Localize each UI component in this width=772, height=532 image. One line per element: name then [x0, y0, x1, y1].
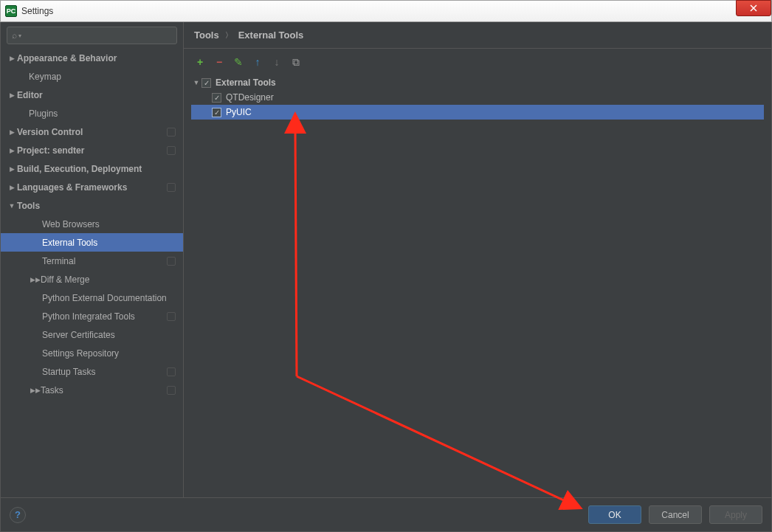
chevron-icon: [7, 202, 17, 210]
sidebar-item-label: Python Integrated Tools: [42, 311, 135, 322]
scope-badge-icon: [167, 257, 176, 266]
sidebar-item[interactable]: Languages & Frameworks: [1, 178, 183, 196]
chevron-icon: [7, 184, 17, 191]
sidebar-item-label: Editor: [17, 90, 43, 100]
window-title: Settings: [21, 6, 53, 16]
dialog-footer: ? OK Cancel Apply: [1, 497, 771, 531]
sidebar-item[interactable]: Tools: [1, 196, 183, 215]
tool-item[interactable]: ✓PyUIC: [191, 105, 764, 120]
close-button[interactable]: [736, 0, 771, 16]
chevron-icon: [7, 55, 17, 62]
sidebar-item-label: Python External Documentation: [42, 293, 167, 303]
sidebar-item-label: Tasks: [41, 385, 63, 395]
help-button[interactable]: ?: [10, 507, 26, 523]
sidebar-item-label: Terminal: [42, 256, 75, 266]
sidebar-item-label: Project: sendter: [17, 145, 84, 156]
search-input[interactable]: ⌕ ▾: [7, 27, 177, 44]
scope-badge-icon: [167, 128, 176, 137]
ok-button[interactable]: OK: [588, 505, 641, 524]
external-tools-tree[interactable]: ▼✓External Tools✓QTDesigner✓PyUIC: [184, 72, 771, 120]
tool-group-label: External Tools: [216, 77, 276, 88]
sidebar-item[interactable]: ▶Tasks: [1, 381, 183, 399]
toolbar: + − ✎ ↑ ↓ ⧉: [184, 52, 771, 72]
close-icon: [750, 4, 757, 12]
sidebar-item-label: Settings Repository: [42, 348, 119, 359]
tool-item-label: PyUIC: [226, 107, 252, 117]
move-down-button[interactable]: ↓: [271, 56, 283, 68]
main-panel: Tools 〉 External Tools + − ✎ ↑ ↓ ⧉ ▼✓Ext…: [184, 22, 771, 497]
sidebar-item-label: Diff & Merge: [41, 274, 89, 285]
sidebar-item[interactable]: Version Control: [1, 122, 183, 141]
sidebar-item[interactable]: Plugins: [1, 104, 183, 122]
sidebar-item[interactable]: Terminal: [1, 252, 183, 270]
sidebar-item[interactable]: Python Integrated Tools: [1, 307, 183, 325]
sidebar-item-label: Tools: [17, 201, 40, 211]
sidebar-item[interactable]: Editor: [1, 86, 183, 104]
sidebar-item-label: Keymap: [29, 72, 61, 82]
chevron-right-icon: 〉: [225, 30, 232, 41]
window-titlebar: PC Settings: [0, 0, 772, 22]
remove-button[interactable]: −: [213, 56, 225, 68]
move-up-button[interactable]: ↑: [252, 56, 263, 68]
sidebar-item[interactable]: ▶Diff & Merge: [1, 270, 183, 289]
cancel-button[interactable]: Cancel: [649, 505, 702, 524]
chevron-icon: [7, 165, 17, 173]
sidebar-item-label: Web Browsers: [42, 219, 100, 229]
scope-badge-icon: [167, 386, 176, 395]
sidebar-item-label: Version Control: [17, 127, 83, 137]
checkbox[interactable]: ✓: [212, 93, 221, 103]
tool-item[interactable]: ✓QTDesigner: [191, 90, 764, 105]
sidebar-item-label: Plugins: [29, 108, 58, 119]
app-icon: PC: [5, 5, 17, 17]
breadcrumb: Tools 〉 External Tools: [184, 22, 771, 49]
chevron-icon: [7, 91, 17, 99]
sidebar-item[interactable]: Settings Repository: [1, 344, 183, 362]
checkbox[interactable]: ✓: [201, 78, 211, 88]
checkbox[interactable]: ✓: [212, 108, 221, 117]
sidebar-item[interactable]: Python External Documentation: [1, 289, 183, 307]
sidebar-item[interactable]: External Tools: [1, 233, 183, 252]
sidebar-item-label: External Tools: [42, 238, 97, 248]
sidebar-item[interactable]: Project: sendter: [1, 141, 183, 159]
sidebar: ⌕ ▾ Appearance & BehaviorKeymapEditorPlu…: [1, 22, 184, 497]
sidebar-item-label: Startup Tasks: [42, 367, 95, 377]
sidebar-item-label: Languages & Frameworks: [17, 182, 127, 193]
copy-button[interactable]: ⧉: [290, 56, 302, 68]
chevron-icon: ▶: [30, 276, 41, 283]
scope-badge-icon: [167, 312, 176, 321]
apply-button[interactable]: Apply: [709, 505, 762, 524]
sidebar-item-label: Server Certificates: [42, 330, 115, 340]
scope-badge-icon: [167, 183, 176, 192]
sidebar-item[interactable]: Keymap: [1, 67, 183, 86]
settings-container: ⌕ ▾ Appearance & BehaviorKeymapEditorPlu…: [0, 22, 772, 532]
add-button[interactable]: +: [194, 56, 206, 68]
sidebar-item[interactable]: Appearance & Behavior: [1, 49, 183, 67]
chevron-icon: [7, 128, 17, 136]
scope-badge-icon: [167, 367, 176, 376]
scope-badge-icon: [167, 146, 176, 155]
sidebar-item[interactable]: Web Browsers: [1, 215, 183, 233]
sidebar-item-label: Appearance & Behavior: [17, 53, 117, 63]
breadcrumb-leaf: External Tools: [238, 30, 304, 41]
chevron-down-icon: ▼: [191, 79, 201, 86]
sidebar-item-label: Build, Execution, Deployment: [17, 164, 142, 174]
chevron-icon: [7, 147, 17, 154]
sidebar-item[interactable]: Build, Execution, Deployment: [1, 159, 183, 178]
tool-item-label: QTDesigner: [226, 92, 274, 103]
tool-group[interactable]: ▼✓External Tools: [191, 75, 764, 90]
edit-button[interactable]: ✎: [232, 56, 244, 68]
sidebar-item[interactable]: Startup Tasks: [1, 362, 183, 381]
chevron-down-icon: ▾: [18, 32, 21, 39]
chevron-icon: ▶: [30, 387, 41, 394]
settings-tree[interactable]: Appearance & BehaviorKeymapEditorPlugins…: [1, 49, 183, 497]
breadcrumb-root[interactable]: Tools: [194, 30, 219, 41]
search-icon: ⌕: [12, 30, 17, 41]
sidebar-item[interactable]: Server Certificates: [1, 325, 183, 344]
